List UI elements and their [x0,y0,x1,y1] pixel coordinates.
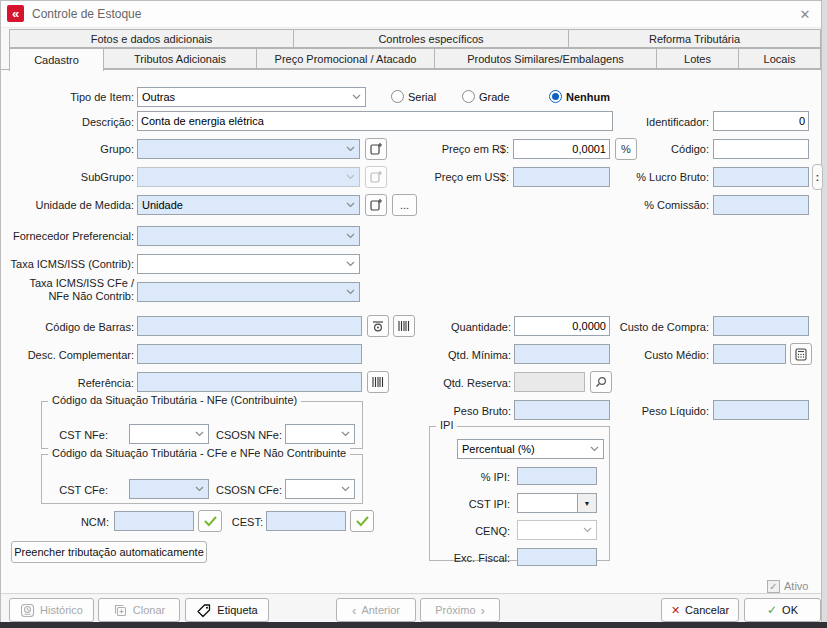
peso-bruto-input[interactable] [514,400,610,420]
background-edge [822,0,827,622]
referencia-input[interactable] [137,372,362,392]
chevron-down-icon [337,425,354,443]
scale-button[interactable] [367,315,389,337]
cst-ipi-select[interactable]: ▼ [517,493,597,513]
cancelar-button[interactable]: ✕ Cancelar [661,598,739,622]
descricao-input[interactable] [137,111,613,131]
tipo-de-item-select[interactable]: Outras [137,87,366,107]
cst-nfe-label: CST NFe: [46,429,108,442]
fornecedor-preferencial-label: Fornecedor Preferencial: [9,230,134,243]
preco-rs-input[interactable] [513,139,610,159]
custo-de-compra-input[interactable] [713,316,809,336]
cest-validate-button[interactable] [350,510,374,532]
ncm-input[interactable] [114,511,194,531]
cst-cfe-groupbox: Código da Situação Tributária - CFe e NF… [41,454,363,504]
cenq-label: CENQ: [432,525,510,538]
tab-reforma-tributaria[interactable]: Reforma Tributária [568,29,821,48]
identificador-input[interactable] [713,111,809,131]
tab-locais[interactable]: Locais [738,48,821,69]
cst-cfe-select[interactable] [129,479,209,499]
subgrupo-select[interactable] [137,167,360,187]
chevron-down-icon [337,480,354,498]
add-subgrupo-button[interactable] [365,166,387,188]
csosn-nfe-select[interactable] [285,424,355,444]
quantidade-label: Quantidade: [437,321,511,334]
referencia-label: Referência: [9,377,134,390]
check-icon: ✓ [769,582,777,592]
add-unidade-button[interactable] [365,194,387,216]
cst-nfe-groupbox: Código da Situação Tributária - NFe (Con… [41,401,363,449]
chevron-down-icon [348,88,365,106]
radio-serial-label: Serial [408,91,436,103]
tab-tributos-adicionais[interactable]: Tributos Adicionais [103,48,257,69]
ok-button[interactable]: ✓ OK [744,598,821,622]
grupo-select[interactable] [137,139,360,159]
splitter-dots-button[interactable]: : [812,164,823,190]
tab-cadastro[interactable]: Cadastro [9,48,104,71]
chevron-right-icon: › [481,604,485,617]
background-bottom-bar [0,622,827,628]
unidade-de-medida-select[interactable]: Unidade [137,195,360,215]
cst-ipi-label: CST IPI: [432,498,510,511]
codigo-de-barras-input[interactable] [137,316,362,336]
csosn-cfe-select[interactable] [285,479,355,499]
codigo-input[interactable] [713,139,809,159]
ncm-validate-button[interactable] [198,510,222,532]
ipi-tipo-select[interactable]: Percentual (%) [457,439,604,459]
radio-grade[interactable] [462,90,475,103]
more-options-button[interactable]: ... [392,194,417,216]
tab-preco-promocional-atacado[interactable]: Preço Promocional / Atacado [256,48,435,69]
radio-serial[interactable] [391,90,404,103]
history-icon [20,603,35,618]
app-icon: « [7,5,24,22]
custo-medio-input[interactable] [713,344,786,364]
etiqueta-button[interactable]: Etiqueta [185,598,269,622]
taxa-icms-nao-contrib-label: Taxa ICMS/ISS CFe / NFe Não Contrib: [9,277,134,303]
unidade-de-medida-label: Unidade de Medida: [9,199,134,212]
exc-fiscal-input[interactable] [517,548,597,566]
cest-input[interactable] [266,511,346,531]
clonar-button[interactable]: Clonar [98,598,180,622]
ipi-pct-input[interactable] [517,467,597,485]
titlebar: « Controle de Estoque ✕ [1,1,821,28]
barcode-button-referencia[interactable] [367,371,389,393]
chevron-down-icon [342,283,359,301]
peso-liquido-label: Peso Líquido: [611,405,709,418]
cenq-select[interactable] [517,520,597,540]
chevron-down-icon [579,521,596,539]
historico-button[interactable]: Histórico [9,598,94,622]
custo-medio-label: Custo Médio: [611,349,709,362]
taxa-icms-contrib-select[interactable] [137,254,360,274]
cst-nfe-select[interactable] [129,424,209,444]
fornecedor-preferencial-select[interactable] [137,226,360,246]
qtd-reserva-input[interactable] [514,372,585,392]
codigo-label: Código: [617,143,709,156]
chevron-down-icon [342,140,359,158]
proximo-button[interactable]: Próximo › [420,598,500,622]
tab-produtos-similares-embalagens[interactable]: Produtos Similares/Embalagens [434,48,657,69]
lucro-bruto-input[interactable] [713,167,809,187]
taxa-icms-nao-contrib-select[interactable] [137,282,360,302]
tab-controles-especificos[interactable]: Controles específicos [293,29,569,48]
calculator-button[interactable] [790,343,812,365]
radio-nenhum[interactable] [549,90,562,103]
comissao-input[interactable] [713,195,809,215]
qtd-minima-input[interactable] [514,344,610,364]
peso-liquido-input[interactable] [713,400,809,420]
preco-uss-input[interactable] [513,167,610,187]
csosn-cfe-label: CSOSN CFe: [208,484,282,497]
green-check-icon [204,516,217,527]
ativo-checkbox[interactable]: ✓ [767,580,780,593]
add-grupo-button[interactable] [365,138,387,160]
barcode-button[interactable] [393,315,415,337]
desc-complementar-input[interactable] [137,344,362,364]
ellipsis-icon: ... [400,199,409,211]
search-reserva-button[interactable] [590,371,612,393]
quantidade-input[interactable] [514,316,610,336]
preencher-tributacao-button[interactable]: Preencher tributação automaticamente [11,541,207,563]
calculator-icon [795,348,807,361]
tab-lotes[interactable]: Lotes [656,48,739,69]
close-icon[interactable]: ✕ [795,5,815,23]
tab-fotos-e-dados-adicionais[interactable]: Fotos e dados adicionais [9,29,294,48]
anterior-button[interactable]: ‹ Anterior [336,598,416,622]
